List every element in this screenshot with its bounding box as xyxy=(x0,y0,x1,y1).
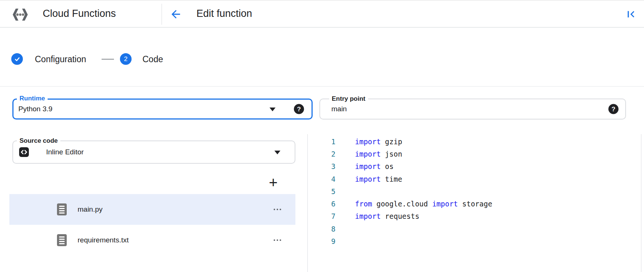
file-more-menu-icon[interactable] xyxy=(271,205,283,214)
line-number: 2 xyxy=(308,150,335,158)
file-row-requirements.txt[interactable]: requirements.txt xyxy=(9,225,295,256)
add-file-button[interactable]: + xyxy=(264,173,283,192)
code-text: import json xyxy=(335,150,402,158)
app-header: Cloud Functions Edit function xyxy=(0,0,644,28)
runtime-value: Python 3.9 xyxy=(18,105,52,113)
runtime-help-icon[interactable]: ? xyxy=(294,104,304,114)
line-number: 1 xyxy=(308,137,335,146)
entry-point-input[interactable] xyxy=(331,99,549,119)
code-line-2[interactable]: 2import json xyxy=(308,148,641,160)
code-line-4[interactable]: 4import time xyxy=(308,173,641,185)
code-line-6[interactable]: 6from google.cloud import storage xyxy=(308,197,641,210)
line-number: 4 xyxy=(308,175,335,183)
collapse-panel-button[interactable] xyxy=(625,8,637,21)
file-list: main.pyrequirements.txt xyxy=(9,194,295,256)
step-connector xyxy=(102,59,114,60)
source-code-select[interactable]: Source code Inline Editor xyxy=(12,140,295,164)
code-text: import os xyxy=(335,162,394,170)
cloud-functions-logo xyxy=(11,6,29,24)
entry-point-field: Entry point ? xyxy=(319,99,626,120)
editor-scrollbar-track xyxy=(641,134,641,272)
check-icon xyxy=(14,56,21,63)
header-divider xyxy=(162,4,162,25)
file-row-main.py[interactable]: main.py xyxy=(9,194,295,225)
chevron-down-icon xyxy=(270,108,276,111)
code-line-1[interactable]: 1import gzip xyxy=(308,135,641,148)
file-icon xyxy=(57,203,67,216)
line-number: 5 xyxy=(308,187,335,196)
line-number: 9 xyxy=(308,237,335,245)
source-code-value: Inline Editor xyxy=(46,148,84,156)
app-title: Cloud Functions xyxy=(43,8,116,19)
arrow-back-icon xyxy=(169,8,182,21)
step-2-label[interactable]: Code xyxy=(142,54,163,64)
step-2-indicator[interactable]: 2 xyxy=(120,53,132,65)
edit-function-page: Cloud Functions Edit function Configurat… xyxy=(0,0,644,272)
code-line-8[interactable]: 8 xyxy=(308,223,641,235)
code-line-3[interactable]: 3import os xyxy=(308,160,641,173)
line-number: 7 xyxy=(308,212,335,220)
code-text: import gzip xyxy=(335,137,402,146)
line-number: 3 xyxy=(308,162,335,170)
runtime-label: Runtime xyxy=(17,95,48,102)
file-more-menu-icon[interactable] xyxy=(271,236,283,245)
chevron-down-icon xyxy=(274,151,280,154)
code-text: import requests xyxy=(335,212,419,220)
page-title: Edit function xyxy=(196,8,252,19)
code-lines: 1import gzip2import json3import os4impor… xyxy=(308,135,641,248)
code-line-5[interactable]: 5 xyxy=(308,185,641,197)
file-name: requirements.txt xyxy=(78,236,129,244)
step-1-indicator[interactable] xyxy=(11,53,23,65)
code-line-9[interactable]: 9 xyxy=(308,235,641,247)
code-text: import time xyxy=(335,175,402,183)
collapse-left-icon xyxy=(625,8,637,21)
file-icon xyxy=(57,234,67,247)
code-text: from google.cloud import storage xyxy=(335,200,492,208)
source-code-label: Source code xyxy=(17,137,60,145)
runtime-select[interactable]: Runtime Python 3.9 ? xyxy=(12,99,313,120)
entry-point-help-icon[interactable]: ? xyxy=(608,104,619,114)
stepper: Configuration 2 Code xyxy=(0,28,644,87)
code-editor[interactable]: 1import gzip2import json3import os4impor… xyxy=(307,134,641,272)
file-name: main.py xyxy=(78,205,103,214)
back-button[interactable] xyxy=(169,8,182,21)
step-1-label[interactable]: Configuration xyxy=(35,54,86,64)
code-line-7[interactable]: 7import requests xyxy=(308,210,641,223)
line-number: 6 xyxy=(308,200,335,208)
inline-editor-code-icon xyxy=(19,147,29,157)
line-number: 8 xyxy=(308,225,335,233)
